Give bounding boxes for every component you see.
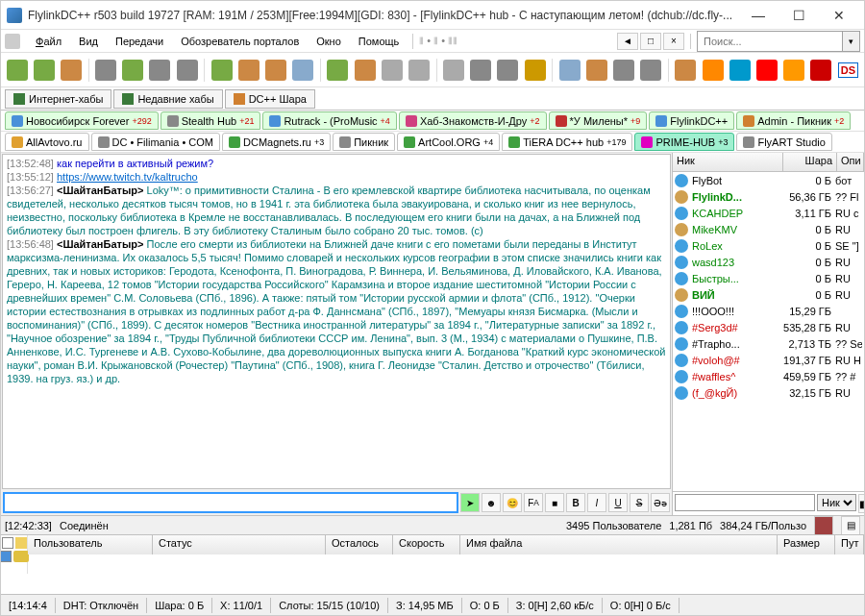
toolbar-button-7[interactable] [210,57,234,84]
menu-window[interactable]: Окно [309,33,349,50]
hub-tab[interactable]: *У Милены*+9 [549,111,648,130]
smiley-button[interactable]: 😊 [503,493,522,512]
toolbar-button-0[interactable] [5,57,29,84]
menu-help[interactable]: Помощь [351,33,408,50]
hub-tab[interactable]: FlylinkDC++ [649,111,734,130]
hub-tab[interactable]: Пикник [333,133,395,151]
close-button[interactable]: ✕ [820,4,858,27]
user-row[interactable]: #voloh@#191,37 ГБRU Н [673,352,864,368]
hub-tab[interactable]: DC • Filimania • COM [91,133,221,151]
hub-tab[interactable]: Stealth Hub+21 [161,111,261,130]
tcol-remain[interactable]: Осталось [326,535,393,554]
toolbar-button-26[interactable] [754,57,778,84]
tcol-file[interactable]: Имя файла [460,535,778,554]
toolbar-button-10[interactable] [291,57,315,84]
color-button[interactable]: ■ [545,493,564,512]
hub-tab[interactable]: ArtCool.ORG+4 [397,133,500,151]
user-row[interactable]: !!!OOO!!!15,29 ГБ [673,303,864,319]
toolbar-button-9[interactable] [264,57,288,84]
menu-view[interactable]: Вид [71,33,106,50]
section-tab[interactable]: Недавние хабы [113,89,222,109]
menu-transfers[interactable]: Передачи [108,33,171,50]
menu-file[interactable]: Файл [28,33,69,50]
italic-button[interactable]: I [587,493,606,512]
hub-tab[interactable]: Хаб-Знакомств-И-Дру+2 [399,111,547,130]
transliterate-button[interactable]: Әә [651,493,670,512]
ds-button[interactable]: DS [836,57,860,84]
section-tab[interactable]: Интернет-хабы [5,89,111,109]
toolbar-button-1[interactable] [32,57,56,84]
user-row[interactable]: KCAHDEP3,11 ГБRU c [673,205,864,221]
toolbar-button-22[interactable] [639,57,663,84]
transfer-check-all[interactable] [2,537,13,549]
toolbar-button-25[interactable] [728,57,752,84]
chat-link[interactable]: https://www.twitch.tv/kaltrucho [57,171,198,183]
user-list-header[interactable]: Ник Шара Опи [673,153,864,172]
toolbar-button-2[interactable] [59,57,83,84]
hub-tab[interactable]: DCMagnets.ru+3 [222,133,331,151]
toolbar-button-15[interactable] [441,57,465,84]
toolbar-button-28[interactable] [809,57,833,84]
toolbar-button-21[interactable] [611,57,635,84]
bold-button[interactable]: B [566,493,585,512]
mdi-prev-button[interactable]: ◄ [617,33,638,50]
strike-button[interactable]: S [630,493,649,512]
user-row[interactable]: #Serg3d#535,28 ГБRU [673,319,864,335]
tcol-path[interactable]: Пут [835,535,864,554]
toolbar-button-4[interactable] [121,57,145,84]
search-input[interactable] [697,31,843,52]
status-icon-2[interactable]: ▤ [841,516,860,535]
user-row[interactable]: FlyBot0 Ббот [673,172,864,188]
col-share[interactable]: Шара [783,153,837,171]
folder-icon[interactable] [15,537,27,549]
toolbar-button-11[interactable] [326,57,350,84]
hub-tab[interactable]: Admin - Пикник+2 [736,111,851,130]
toolbar-button-6[interactable] [175,57,199,84]
minimize-button[interactable]: — [739,4,778,27]
toolbar-button-27[interactable] [782,57,806,84]
underline-button[interactable]: U [608,493,628,512]
search-dropdown[interactable]: ▾ [843,31,860,52]
tcol-size[interactable]: Размер [778,535,835,554]
toolbar-button-19[interactable] [557,57,581,84]
user-row[interactable]: RoLex0 БSE "] [673,237,864,254]
col-desc[interactable]: Опи [837,153,864,171]
hub-tab[interactable]: PRIME-HUB+3 [634,133,734,151]
status-icon-1[interactable] [814,516,833,535]
menu-portals[interactable]: Обозреватель порталов [173,33,307,50]
nick-filter-button[interactable]: ◧ [858,494,865,513]
transfer-body[interactable] [28,554,864,574]
transfer-header[interactable]: Пользователь Статус Осталось Скорость Им… [28,535,864,554]
hub-tab[interactable]: AllAvtovo.ru [5,133,89,151]
maximize-button[interactable]: ☐ [779,4,818,27]
toolbar-button-8[interactable] [236,57,260,84]
mdi-close-button[interactable]: × [663,33,684,50]
section-tab[interactable]: DC++ Шара [225,89,315,109]
nick-filter-select[interactable]: Ник [817,494,856,511]
toolbar-button-12[interactable] [353,57,377,84]
emote-button[interactable]: ☻ [482,493,501,512]
hub-tab[interactable]: TiERA DC++ hub+179 [502,133,632,151]
send-button[interactable]: ➤ [460,493,480,512]
user-row[interactable]: #waffles^459,59 ГБ?? # [673,368,864,384]
toolbar-button-18[interactable] [523,57,547,84]
user-row[interactable]: (f_@kgЙ)32,15 ГБRU [673,384,864,401]
col-nick[interactable]: Ник [673,153,783,171]
chat-log[interactable]: [13:52:48] как перейти в активный режим?… [2,154,671,489]
mdi-restore-button[interactable]: □ [640,33,661,50]
hub-tab[interactable]: Rutrack - (ProMusic+4 [262,111,396,130]
user-row[interactable]: #Trapho...2,713 ТБ?? Se [673,335,864,352]
user-row[interactable]: MikeKMV0 БRU [673,221,864,237]
user-row[interactable]: wasd1230 БRU [673,254,864,270]
font-button[interactable]: FA [524,493,543,512]
user-list[interactable]: FlyBot0 БботFlylinkD...56,36 ГБ?? FlKCAH… [673,172,864,491]
toolbar-button-23[interactable] [674,57,698,84]
user-row[interactable]: ВИЙ0 БRU [673,286,864,303]
toolbar-button-20[interactable] [584,57,608,84]
toolbar-button-16[interactable] [469,57,493,84]
system-icon[interactable] [5,34,20,49]
tcol-status[interactable]: Статус [153,535,326,554]
toolbar-button-14[interactable] [407,57,431,84]
nick-filter-input[interactable] [675,494,815,511]
tcol-speed[interactable]: Скорость [393,535,460,554]
